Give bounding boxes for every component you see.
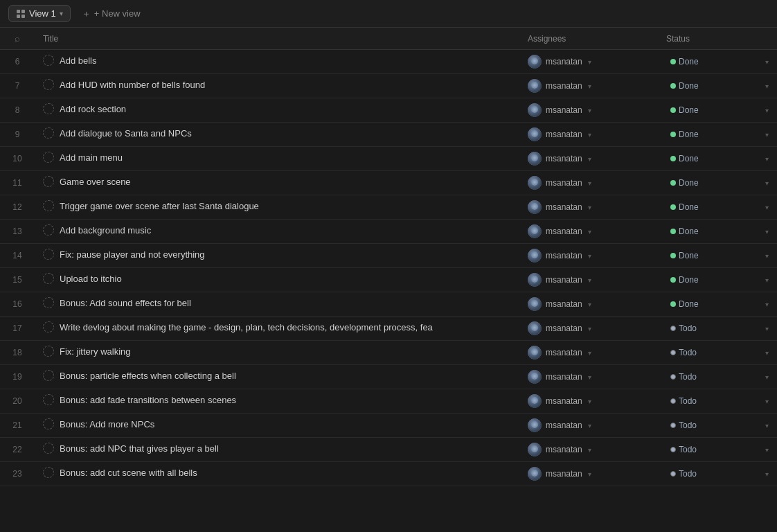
row-title-text[interactable]: Bonus: add cut scene with all bells	[60, 468, 197, 478]
row-title-text[interactable]: Add HUD with number of bells found	[60, 80, 205, 90]
table-row[interactable]: 19Bonus: particle effects when collectin…	[0, 365, 777, 389]
row-title-cell: Bonus: add NPC that gives player a bell	[35, 438, 519, 459]
table-row[interactable]: 21Bonus: Add more NPCsmsanatan▾Todo▾	[0, 414, 777, 438]
row-title-text[interactable]: Fix: pause player and not everything	[60, 249, 205, 260]
table-row[interactable]: 9Add dialogue to Santa and NPCsmsanatan▾…	[0, 123, 777, 147]
table-row[interactable]: 15Upload to itchiomsanatan▾Done▾	[0, 268, 777, 292]
row-title-text[interactable]: Add main menu	[60, 152, 123, 163]
assignee-chevron-icon[interactable]: ▾	[588, 131, 591, 139]
assignee-chevron-icon[interactable]: ▾	[588, 179, 591, 187]
status-label: Todo	[679, 469, 697, 479]
table-row[interactable]: 13Add background musicmsanatan▾Done▾	[0, 220, 777, 244]
assignee-chevron-icon[interactable]: ▾	[588, 228, 591, 236]
table-row[interactable]: 20Bonus: add fade transitions between sc…	[0, 389, 777, 414]
row-title-text[interactable]: Game over scene	[60, 177, 131, 187]
status-chevron-icon[interactable]: ▾	[765, 301, 769, 308]
done-dot	[670, 83, 676, 89]
status-label: Todo	[679, 348, 697, 357]
assignee-chevron-icon[interactable]: ▾	[588, 82, 591, 90]
row-title-text[interactable]: Write devlog about making the game - des…	[60, 322, 433, 332]
table-row[interactable]: 17Write devlog about making the game - d…	[0, 317, 777, 341]
view-1-button[interactable]: View 1 ▾	[8, 5, 71, 22]
row-title-cell: Write devlog about making the game - des…	[35, 317, 519, 337]
table-row[interactable]: 8Add rock sectionmsanatan▾Done▾	[0, 98, 777, 123]
search-icon[interactable]: ⌕	[15, 33, 20, 44]
assignee-chevron-icon[interactable]: ▾	[588, 470, 591, 478]
done-dot	[670, 156, 676, 161]
assignee-chevron-icon[interactable]: ▾	[588, 422, 591, 429]
row-number: 6	[0, 50, 35, 74]
status-label: Todo	[679, 323, 697, 333]
row-title-text[interactable]: Bonus: particle effects when collecting …	[60, 371, 236, 381]
status-chevron-icon[interactable]: ▾	[765, 107, 769, 114]
table-row[interactable]: 16Bonus: Add sound effects for bellmsana…	[0, 292, 777, 317]
table-row[interactable]: 22Bonus: add NPC that gives player a bel…	[0, 438, 777, 462]
row-title-text[interactable]: Add bells	[60, 55, 96, 66]
table-row[interactable]: 18Fix: jittery walkingmsanatan▾Todo▾	[0, 341, 777, 365]
status-chevron-icon[interactable]: ▾	[765, 422, 769, 429]
assignee-chevron-icon[interactable]: ▾	[588, 373, 591, 381]
status-chevron-icon[interactable]: ▾	[765, 398, 769, 405]
status-label: Done	[679, 299, 699, 309]
row-title-text[interactable]: Add dialogue to Santa and NPCs	[60, 128, 192, 139]
status-chevron-icon[interactable]: ▾	[765, 155, 769, 163]
status-chevron-icon[interactable]: ▾	[765, 58, 769, 66]
row-title-text[interactable]: Trigger game over scene after last Santa…	[60, 201, 259, 211]
assignee-wrap: msanatan▾	[528, 103, 650, 117]
assignee-wrap: msanatan▾	[528, 394, 650, 408]
status-chevron-icon[interactable]: ▾	[765, 82, 769, 90]
row-title-text[interactable]: Bonus: Add more NPCs	[60, 419, 154, 429]
status-chevron-icon[interactable]: ▾	[765, 325, 769, 332]
status-chevron-icon[interactable]: ▾	[765, 373, 769, 381]
assignee-chevron-icon[interactable]: ▾	[588, 325, 591, 332]
row-title-text[interactable]: Upload to itchio	[60, 274, 122, 284]
status-chevron-icon[interactable]: ▾	[765, 179, 769, 187]
avatar	[528, 127, 542, 141]
row-title-cell: Add rock section	[35, 98, 519, 119]
table-row[interactable]: 6Add bellsmsanatan▾Done▾	[0, 50, 777, 74]
row-title-text[interactable]: Bonus: add NPC that gives player a bell	[60, 443, 219, 454]
row-status-cell: Done▾	[658, 171, 777, 195]
assignee-chevron-icon[interactable]: ▾	[588, 276, 591, 284]
row-title-text[interactable]: Add rock section	[60, 104, 126, 114]
row-assignees-cell: msanatan▾	[519, 195, 658, 220]
assignee-chevron-icon[interactable]: ▾	[588, 349, 591, 357]
table-row[interactable]: 14Fix: pause player and not everythingms…	[0, 244, 777, 268]
status-chevron-icon[interactable]: ▾	[765, 204, 769, 211]
row-assignees-cell: msanatan▾	[519, 317, 658, 341]
status-chevron-icon[interactable]: ▾	[765, 276, 769, 284]
assignee-wrap: msanatan▾	[528, 55, 650, 69]
row-title-text[interactable]: Add background music	[60, 225, 151, 236]
table-row[interactable]: 11Game over scenemsanatan▾Done▾	[0, 171, 777, 195]
assignee-chevron-icon[interactable]: ▾	[588, 301, 591, 308]
row-assignees-cell: msanatan▾	[519, 462, 658, 486]
assignee-chevron-icon[interactable]: ▾	[588, 252, 591, 260]
table-row[interactable]: 12Trigger game over scene after last San…	[0, 195, 777, 220]
status-circle-icon	[43, 467, 54, 478]
assignee-chevron-icon[interactable]: ▾	[588, 58, 591, 66]
assignee-chevron-icon[interactable]: ▾	[588, 446, 591, 454]
status-circle-icon	[43, 152, 54, 163]
status-chevron-icon[interactable]: ▾	[765, 349, 769, 357]
status-circle-icon	[43, 103, 54, 114]
status-chevron-icon[interactable]: ▾	[765, 131, 769, 139]
row-title-text[interactable]: Bonus: Add sound effects for bell	[60, 298, 191, 308]
assignee-name: msanatan	[546, 227, 582, 236]
status-chevron-icon[interactable]: ▾	[765, 252, 769, 260]
assignee-chevron-icon[interactable]: ▾	[588, 107, 591, 114]
row-title-text[interactable]: Fix: jittery walking	[60, 346, 131, 357]
row-status-cell: Done▾	[658, 268, 777, 292]
assignee-chevron-icon[interactable]: ▾	[588, 204, 591, 211]
new-view-button[interactable]: ＋ + New view	[76, 5, 146, 23]
status-chevron-icon[interactable]: ▾	[765, 470, 769, 478]
table-row[interactable]: 7Add HUD with number of bells foundmsana…	[0, 74, 777, 98]
assignee-chevron-icon[interactable]: ▾	[588, 155, 591, 163]
row-title-text[interactable]: Bonus: add fade transitions between scen…	[60, 395, 236, 405]
assignee-chevron-icon[interactable]: ▾	[588, 398, 591, 405]
row-status-cell: Done▾	[658, 74, 777, 98]
done-dot	[670, 107, 676, 113]
table-row[interactable]: 10Add main menumsanatan▾Done▾	[0, 147, 777, 171]
status-chevron-icon[interactable]: ▾	[765, 446, 769, 454]
table-row[interactable]: 23Bonus: add cut scene with all bellsmsa…	[0, 462, 777, 486]
status-chevron-icon[interactable]: ▾	[765, 228, 769, 236]
